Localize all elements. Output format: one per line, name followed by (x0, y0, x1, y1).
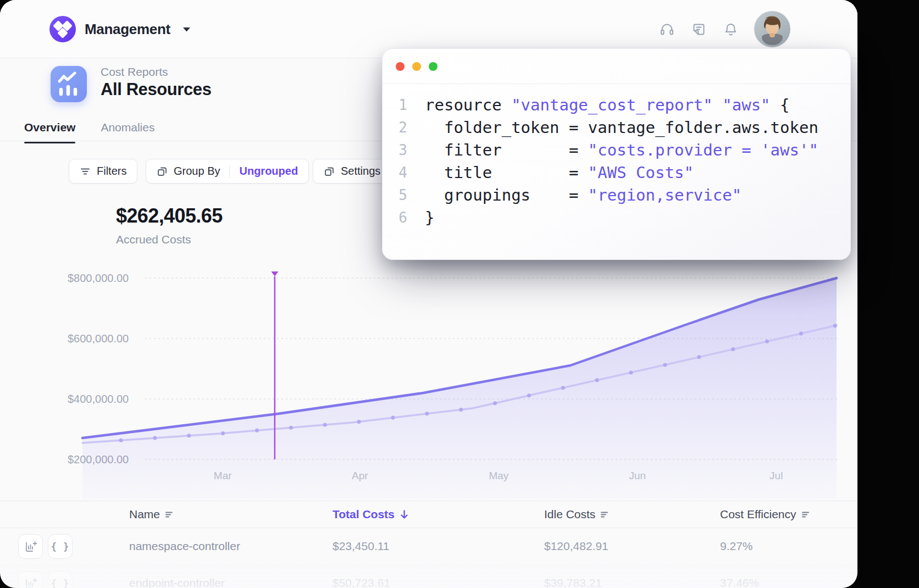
group-by-button[interactable]: Group By Ungrouped (146, 159, 309, 184)
column-header-idle-costs[interactable]: Idle Costs (544, 508, 609, 521)
code-line: 1resource "vantage_cost_report" "aws" { (383, 93, 850, 116)
sort-icon (801, 511, 810, 519)
bar-chart-plus-icon (24, 540, 37, 553)
code-line: 3 filter = "costs.provider = 'aws'" (383, 138, 850, 161)
chart-data-point (527, 393, 531, 397)
button-divider (229, 165, 230, 177)
chart-data-point (459, 408, 463, 412)
line-number: 3 (390, 142, 407, 158)
chart-data-point (595, 378, 599, 382)
group-by-label: Group By (174, 165, 220, 177)
window-zoom-icon[interactable] (429, 62, 438, 71)
chart-data-point (221, 431, 225, 435)
sort-icon (165, 511, 174, 519)
chart-data-point (799, 332, 803, 336)
chart-data-point (561, 386, 565, 390)
column-header-total-costs[interactable]: Total Costs (333, 508, 409, 521)
workspace-name: Management (85, 21, 170, 38)
braces-icon: { } (51, 541, 70, 552)
chart-data-point (425, 412, 429, 415)
headphones-icon[interactable] (658, 21, 675, 37)
column-header-name[interactable]: Name (129, 508, 174, 521)
view-code-button[interactable]: { } (48, 571, 73, 588)
sort-desc-arrow-icon (400, 509, 409, 520)
table-row[interactable]: { } namespace-controller $23,450.11 $120… (0, 529, 857, 565)
window-close-icon[interactable] (396, 62, 405, 71)
accrued-costs-caption: Accrued Costs (116, 233, 191, 246)
chart-data-point (357, 420, 361, 424)
sort-icon (600, 511, 609, 519)
chart-data-point (255, 429, 259, 432)
notifications-bell-icon[interactable] (722, 21, 739, 37)
release-notes-icon[interactable] (690, 21, 707, 37)
chart-data-point (153, 436, 157, 440)
report-chart-icon (51, 66, 87, 102)
code-line: 4 title = "AWS Costs" (383, 161, 850, 184)
chart-data-point (663, 363, 667, 367)
cost-efficiency-value: 9.27% (720, 540, 753, 553)
chart-data-point (731, 347, 735, 351)
y-axis-label: $800,000.00 (68, 272, 129, 284)
terraform-code-window: 1resource "vantage_cost_report" "aws" {2… (382, 48, 851, 260)
line-number: 2 (390, 119, 407, 136)
chart-data-point (833, 324, 837, 328)
vantage-logo-icon (49, 16, 76, 42)
breadcrumb-section: Cost Reports (101, 65, 168, 79)
tab-overview[interactable]: Overview (24, 121, 75, 143)
tab-anomalies[interactable]: Anomalies (101, 121, 154, 143)
chevron-down-icon (182, 27, 191, 32)
chart-data-point (323, 423, 327, 427)
chart-data-point (391, 416, 395, 420)
settings-stack-icon (324, 166, 335, 177)
chart-data-point (765, 340, 769, 343)
view-code-button[interactable]: { } (48, 534, 73, 559)
accrued-costs-amount: $262,405.65 (116, 204, 223, 228)
tab-bar: Overview Anomalies (24, 121, 154, 143)
filters-button[interactable]: Filters (69, 159, 137, 184)
chart-data-point (289, 426, 293, 430)
code-line: 6} (383, 206, 850, 229)
resource-name: namespace-controller (129, 540, 240, 553)
column-header-cost-efficiency[interactable]: Cost Efficiency (720, 508, 810, 521)
add-to-report-button[interactable] (18, 534, 43, 559)
code-line: 2 folder_token = vantage_folder.aws.toke… (383, 116, 850, 138)
line-number: 5 (390, 187, 407, 203)
settings-button[interactable]: Settings (313, 159, 391, 184)
x-axis-label: Jun (629, 470, 646, 481)
x-axis-label: Mar (214, 470, 232, 481)
chart-data-point (493, 401, 497, 405)
total-costs-value: $23,450.11 (333, 540, 390, 553)
group-by-value[interactable]: Ungrouped (239, 165, 298, 177)
idle-costs-value: $39,783.21 (544, 576, 602, 588)
cost-efficiency-value: 37.46% (720, 576, 759, 588)
filter-icon (80, 166, 91, 177)
code-line: 5 groupings = "region,service" (383, 184, 850, 206)
user-avatar[interactable] (754, 11, 790, 47)
chart-data-point (629, 370, 633, 374)
line-number: 6 (390, 209, 407, 226)
bar-chart-plus-icon (24, 577, 37, 588)
settings-label: Settings (341, 165, 380, 177)
chart-data-point (119, 439, 123, 442)
chart-hover-marker-cap (271, 271, 278, 276)
line-number: 4 (390, 164, 407, 181)
braces-icon: { } (51, 578, 70, 588)
line-number: 1 (390, 97, 407, 113)
add-to-report-button[interactable] (18, 571, 43, 588)
chart-data-point (697, 355, 701, 359)
page-title: All Resources (101, 80, 212, 99)
resource-name: endpoint-controller (129, 576, 225, 588)
y-axis-label: $400,000.00 (68, 393, 129, 405)
x-axis-label: Jul (769, 470, 783, 481)
window-minimize-icon[interactable] (412, 62, 421, 71)
x-axis-label: Apr (352, 470, 368, 481)
filters-label: Filters (97, 165, 126, 177)
screenshot-stage: $800,000.00$600,000.00$400,000.00$200,00… (0, 0, 919, 588)
code-editor: 1resource "vantage_cost_report" "aws" {2… (383, 84, 850, 229)
idle-costs-value: $120,482.91 (544, 540, 608, 553)
code-window-titlebar (383, 49, 850, 84)
workspace-switcher[interactable]: Management (49, 16, 191, 42)
table-row[interactable]: { } endpoint-controller $50,723.61 $39,7… (0, 565, 857, 588)
chart-data-point (187, 434, 191, 437)
y-axis-label: $600,000.00 (68, 332, 129, 345)
